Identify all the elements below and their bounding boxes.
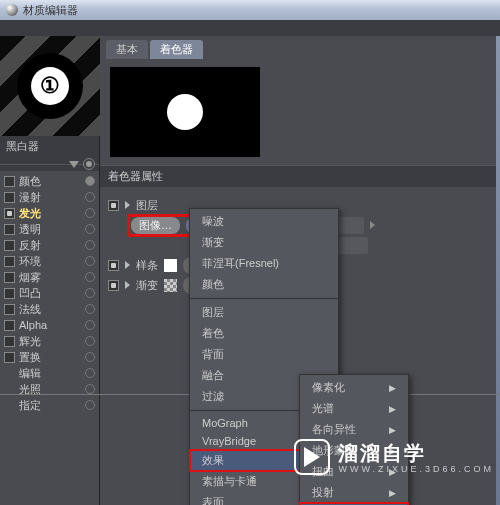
channel-checkbox[interactable] [4, 304, 15, 315]
watermark-url: WWW.ZIXUE.3D66.COM [338, 464, 494, 474]
channel-indicator [85, 400, 95, 410]
channel-indicator [85, 256, 95, 266]
gradient-swatch[interactable] [164, 279, 177, 292]
channel-indicator [85, 336, 95, 346]
channel-label: 指定 [19, 398, 41, 413]
channel-row[interactable]: 透明 [0, 221, 99, 237]
channel-checkbox[interactable] [4, 256, 15, 267]
channel-label: Alpha [19, 319, 47, 331]
watermark: 溜溜自学 WWW.ZIXUE.3D66.COM [294, 439, 494, 475]
menu-item[interactable]: 着色 [190, 323, 338, 344]
channel-label: 法线 [19, 302, 41, 317]
layer-visible-checkbox[interactable] [108, 280, 119, 291]
channel-label: 置换 [19, 350, 41, 365]
channel-indicator [85, 240, 95, 250]
channel-indicator [85, 208, 95, 218]
channel-row[interactable]: 法线 [0, 301, 99, 317]
channel-indicator [85, 320, 95, 330]
material-preview[interactable]: ① [0, 36, 100, 136]
channel-row[interactable]: 凹凸 [0, 285, 99, 301]
window-menubar[interactable] [0, 20, 500, 36]
channel-label: 辉光 [19, 334, 41, 349]
channel-row[interactable]: 编辑 [0, 365, 99, 381]
menu-item[interactable]: 菲涅耳(Fresnel) [190, 253, 338, 274]
dropdown-icon[interactable] [69, 161, 79, 168]
channel-indicator [85, 384, 95, 394]
material-name[interactable]: 黑白器 [0, 136, 99, 157]
channel-list: 颜色漫射发光透明反射环境烟雾凹凸法线Alpha辉光置换编辑光照指定 [0, 171, 99, 505]
channel-label: 反射 [19, 238, 41, 253]
menu-item[interactable]: 渐变 [190, 232, 338, 253]
tab-basic[interactable]: 基本 [106, 40, 148, 59]
channel-checkbox[interactable] [4, 208, 15, 219]
section-header: 着色器属性 [100, 165, 500, 187]
preview-mode-icon[interactable] [83, 158, 95, 170]
channel-label: 透明 [19, 222, 41, 237]
window-titlebar: 材质编辑器 [0, 0, 500, 20]
right-scrollbar[interactable] [496, 36, 500, 505]
channel-checkbox[interactable] [4, 192, 15, 203]
channel-indicator [85, 352, 95, 362]
tab-shader[interactable]: 着色器 [150, 40, 203, 59]
panel-divider [0, 157, 99, 171]
color-swatch[interactable] [164, 259, 177, 272]
menu-item[interactable]: 投射▶ [300, 482, 408, 503]
window-title: 材质编辑器 [23, 3, 78, 18]
channel-indicator [85, 272, 95, 282]
gradient-label: 渐变 [136, 278, 158, 293]
channel-row[interactable]: 环境 [0, 253, 99, 269]
channel-checkbox[interactable] [4, 176, 15, 187]
spline-label: 样条 [136, 258, 158, 273]
channel-indicator [85, 288, 95, 298]
channel-checkbox[interactable] [4, 352, 15, 363]
channel-indicator [85, 304, 95, 314]
channel-row[interactable]: 辉光 [0, 333, 99, 349]
image-button[interactable]: 图像… [131, 217, 180, 234]
channel-label: 漫射 [19, 190, 41, 205]
menu-item[interactable]: 各向异性▶ [300, 419, 408, 440]
preview-number: ① [31, 67, 69, 105]
expand-icon[interactable] [125, 201, 130, 209]
channel-checkbox[interactable] [4, 240, 15, 251]
channel-label: 环境 [19, 254, 41, 269]
channel-checkbox[interactable] [4, 320, 15, 331]
menu-item[interactable]: 背面 [190, 344, 338, 365]
play-icon [294, 439, 330, 475]
channel-indicator [85, 224, 95, 234]
channel-row[interactable]: 发光 [0, 205, 99, 221]
tab-bar: 基本 着色器 [100, 36, 500, 59]
expand-icon[interactable] [125, 281, 130, 289]
channel-row[interactable]: 烟雾 [0, 269, 99, 285]
channel-indicator [85, 176, 95, 186]
channel-row[interactable]: Alpha [0, 317, 99, 333]
channel-row[interactable]: 漫射 [0, 189, 99, 205]
shader-preview[interactable] [110, 67, 260, 157]
watermark-text: 溜溜自学 [338, 440, 494, 467]
layer-visible-checkbox[interactable] [108, 200, 119, 211]
channel-row[interactable]: 置换 [0, 349, 99, 365]
menu-item[interactable]: 颜色 [190, 274, 338, 295]
channel-checkbox[interactable] [4, 224, 15, 235]
menu-item[interactable]: 像素化▶ [300, 377, 408, 398]
preset-expand-icon[interactable] [370, 221, 375, 229]
channel-checkbox[interactable] [4, 272, 15, 283]
channel-row[interactable]: 颜色 [0, 173, 99, 189]
channel-label: 烟雾 [19, 270, 41, 285]
channel-label: 凹凸 [19, 286, 41, 301]
channel-label: 编辑 [19, 366, 41, 381]
expand-icon[interactable] [125, 261, 130, 269]
layer-label: 图层 [136, 198, 158, 213]
menu-item[interactable]: 噪波 [190, 211, 338, 232]
channel-row[interactable]: 反射 [0, 237, 99, 253]
menu-item[interactable]: 光谱▶ [300, 398, 408, 419]
channel-indicator [85, 368, 95, 378]
channel-label: 发光 [19, 206, 41, 221]
left-panel: ① 黑白器 颜色漫射发光透明反射环境烟雾凹凸法线Alpha辉光置换编辑光照指定 [0, 36, 100, 505]
channel-checkbox[interactable] [4, 288, 15, 299]
channel-row[interactable]: 指定 [0, 397, 99, 413]
menu-item[interactable]: 图层 [190, 302, 338, 323]
layer-visible-checkbox[interactable] [108, 260, 119, 271]
channel-checkbox[interactable] [4, 336, 15, 347]
channel-indicator [85, 192, 95, 202]
app-icon [6, 4, 18, 16]
